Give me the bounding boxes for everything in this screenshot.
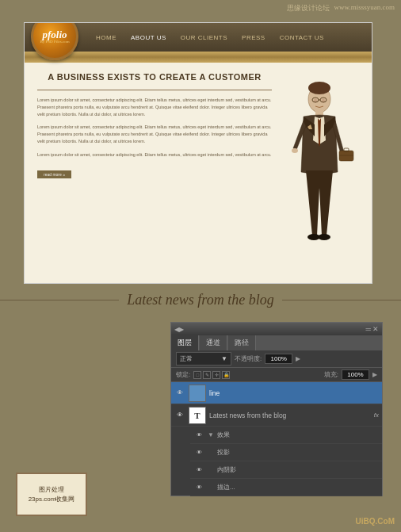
ps-lock-icons: □ ✎ ✛ 🔒 <box>193 371 230 379</box>
layer-line[interactable]: 👁 line <box>171 382 382 404</box>
logo-text-sub: By PSD Files.com <box>40 40 69 44</box>
ps-lock-icon-4[interactable]: 🔒 <box>222 371 230 379</box>
svg-point-8 <box>318 234 330 240</box>
stroke-indent <box>208 483 214 492</box>
drop-shadow-indent <box>208 448 214 457</box>
watermark-site2: www.misssyuan.com <box>334 3 395 13</box>
read-more-button[interactable]: read more » <box>37 170 71 178</box>
figure-area <box>280 72 359 243</box>
body-text-3: Lorem ipsum dolor sit amet, consectetur … <box>37 151 272 159</box>
layer-blog-text-name: Latest news from the blog <box>209 411 371 419</box>
ps-close-icon[interactable]: ✕ <box>372 325 379 333</box>
logo-circle: pfolio By PSD Files.com <box>31 22 78 60</box>
nav-press[interactable]: PRESS <box>242 34 265 41</box>
ps-minimize-icon[interactable]: ═ <box>366 325 371 333</box>
watermark-site1: 思缘设计论坛 <box>287 3 330 13</box>
man-illustration <box>284 77 355 243</box>
effects-expand-icon[interactable]: ▼ <box>208 431 214 438</box>
effect-drop-shadow[interactable]: 👁 投影 <box>190 444 382 461</box>
effects-label-row: 👁 ▼ 效果 <box>190 427 382 444</box>
title-divider <box>37 90 272 90</box>
nav-bar: pfolio By PSD Files.com HOME ABOUT US OU… <box>25 23 372 52</box>
photoshop-panel: ◀▶ ═ ✕ 图层 通道 路径 正常 ▼ 不透明度: 100% ▶ 锁定: □ … <box>170 322 383 496</box>
ps-lock-row: 锁定: □ ✎ ✛ 🔒 填充: 100% ▶ <box>171 368 382 382</box>
effects-label: 效果 <box>217 431 230 439</box>
layer-line-thumbnail <box>189 385 206 402</box>
effect-stroke[interactable]: 👁 描边... <box>190 479 382 496</box>
ps-lock-label: 锁定: <box>176 370 190 379</box>
layer-line-eye[interactable]: 👁 <box>174 388 185 399</box>
ps-tab-paths[interactable]: 路径 <box>228 335 256 350</box>
nav-contact-us[interactable]: CONTACT US <box>280 34 324 41</box>
effect-inner-shadow[interactable]: 👁 内阴影 <box>190 461 382 479</box>
divider-right <box>282 300 401 300</box>
blog-section: Latest news from the blog <box>0 292 401 312</box>
ps-fill-arrow[interactable]: ▶ <box>372 371 377 378</box>
layer-blog-text[interactable]: 👁 T Latest news from the blog fx <box>171 404 382 427</box>
ps-tab-channels[interactable]: 通道 <box>200 335 227 350</box>
svg-rect-4 <box>339 151 353 161</box>
bottom-watermark: UiBQ.CoM <box>356 517 395 526</box>
watermark-top: 思缘设计论坛 www.misssyuan.com <box>287 3 395 13</box>
layer-line-name: line <box>209 389 379 397</box>
ps-lock-icon-1[interactable]: □ <box>193 371 201 379</box>
layer-fx-icon: fx <box>374 411 379 419</box>
layer-blog-text-eye[interactable]: 👁 <box>174 410 185 421</box>
inner-shadow-eye[interactable]: 👁 <box>193 465 204 476</box>
thumbnail-box: 图片处理 23ps.com收集网 <box>16 473 87 516</box>
nav-home[interactable]: HOME <box>96 34 116 41</box>
drop-shadow-eye[interactable]: 👁 <box>193 447 204 458</box>
inner-shadow-indent <box>208 465 214 474</box>
thumbnail-text-2: 23ps.com收集网 <box>29 495 75 503</box>
svg-point-1 <box>308 82 330 94</box>
nav-about-us[interactable]: ABOUT US <box>131 34 166 41</box>
inner-shadow-label: 内阴影 <box>217 465 236 474</box>
stroke-label: 描边... <box>217 483 235 492</box>
stroke-eye[interactable]: 👁 <box>193 482 204 493</box>
logo-area: pfolio By PSD Files.com <box>31 22 94 56</box>
page-title: A BUSINESS EXISTS TO CREATE A CUSTOMER <box>37 72 272 82</box>
content-area: A BUSINESS EXISTS TO CREATE A CUSTOMER L… <box>25 63 372 253</box>
svg-point-3 <box>292 148 298 153</box>
ps-opacity-arrow[interactable]: ▶ <box>296 355 300 362</box>
nav-links: HOME ABOUT US OUR CLIENTS PRESS CONTACT … <box>96 34 324 41</box>
drop-shadow-label: 投影 <box>217 448 230 457</box>
blog-section-title: Latest news from the blog <box>127 292 273 308</box>
logo-text-main: pfolio <box>42 29 67 40</box>
website-mockup: pfolio By PSD Files.com HOME ABOUT US OU… <box>24 22 372 284</box>
layer-blog-text-thumbnail: T <box>189 407 206 424</box>
ps-opacity-value[interactable]: 100% <box>265 354 292 364</box>
effects-eye[interactable]: 👁 <box>193 430 204 441</box>
ps-blend-mode-value: 正常 <box>180 354 193 363</box>
divider-left <box>0 300 119 300</box>
blog-divider: Latest news from the blog <box>0 292 401 308</box>
ps-opacity-label: 不透明度: <box>235 354 262 363</box>
ps-fill-label: 填充: <box>324 370 338 379</box>
ps-lock-icon-2[interactable]: ✎ <box>203 371 211 379</box>
body-text-2: Lorem ipsum dolor sit amet, consectetur … <box>37 124 272 144</box>
thumbnail-text-1: 图片处理 <box>39 485 64 494</box>
ps-blend-mode-arrow: ▼ <box>221 355 227 362</box>
ps-tabs: 图层 通道 路径 <box>171 335 382 350</box>
ps-blend-row: 正常 ▼ 不透明度: 100% ▶ <box>171 350 382 368</box>
ps-fill-value[interactable]: 100% <box>342 369 369 380</box>
ps-lock-icon-3[interactable]: ✛ <box>212 371 220 379</box>
body-text-1: Lorem ipsum dolor sit amet, consectetur … <box>37 97 272 117</box>
ps-blend-mode-select[interactable]: 正常 ▼ <box>176 352 231 366</box>
effects-group: 👁 ▼ 效果 👁 投影 👁 内阴影 👁 描边... <box>171 427 382 496</box>
ps-tab-layers[interactable]: 图层 <box>171 335 199 350</box>
nav-our-clients[interactable]: OUR CLIENTS <box>181 34 227 41</box>
text-content: A BUSINESS EXISTS TO CREATE A CUSTOMER L… <box>37 72 272 243</box>
ps-collapse-icon[interactable]: ◀▶ <box>174 326 184 333</box>
ps-titlebar: ◀▶ ═ ✕ <box>171 323 382 335</box>
